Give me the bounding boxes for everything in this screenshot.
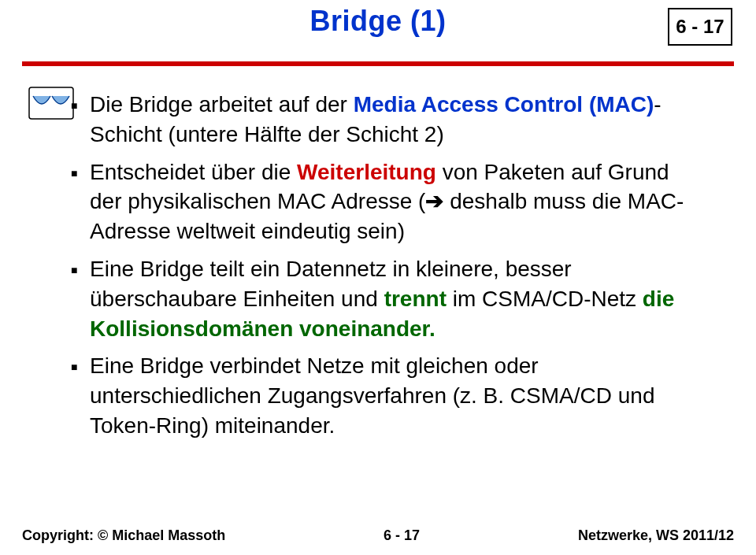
slide-footer: Copyright: © Michael Massoth 6 - 17 Netz… <box>0 527 756 544</box>
list-item: Entscheidet über die Weiterleitung von P… <box>68 157 701 246</box>
slide-header: Bridge (1) 6 - 17 <box>0 0 756 61</box>
footer-right: Netzwerke, WS 2011/12 <box>578 527 734 544</box>
footer-left: Copyright: © Michael Massoth <box>22 527 225 544</box>
bullet-text: Die Bridge arbeitet auf der <box>90 92 354 117</box>
list-item: Eine Bridge teilt ein Datennetz in klein… <box>68 254 701 343</box>
bullet-emphasis: Media Access Control (MAC) <box>354 92 654 117</box>
bullet-emphasis: trennt <box>384 287 447 311</box>
slide: Bridge (1) 6 - 17 Die Bridge arbeitet au… <box>0 0 756 555</box>
list-item: Die Bridge arbeitet auf der Media Access… <box>68 90 701 150</box>
svg-rect-0 <box>29 87 73 119</box>
bullet-text: im CSMA/CD-Netz <box>447 287 643 311</box>
slide-body: Die Bridge arbeitet auf der Media Access… <box>0 66 756 441</box>
list-item: Eine Bridge verbindet Netze mit gleichen… <box>68 351 701 440</box>
slide-title: Bridge (1) <box>0 0 756 38</box>
page-number-box: 6 - 17 <box>668 8 732 46</box>
bullet-emphasis: Weiterleitung <box>297 160 436 184</box>
bullet-list: Die Bridge arbeitet auf der Media Access… <box>68 90 701 441</box>
bullet-text: Entscheidet über die <box>90 160 297 184</box>
bullet-text: Eine Bridge verbindet Netze mit gleichen… <box>90 353 654 438</box>
arrow-icon: ➔ <box>425 189 443 213</box>
footer-center: 6 - 17 <box>384 527 420 544</box>
